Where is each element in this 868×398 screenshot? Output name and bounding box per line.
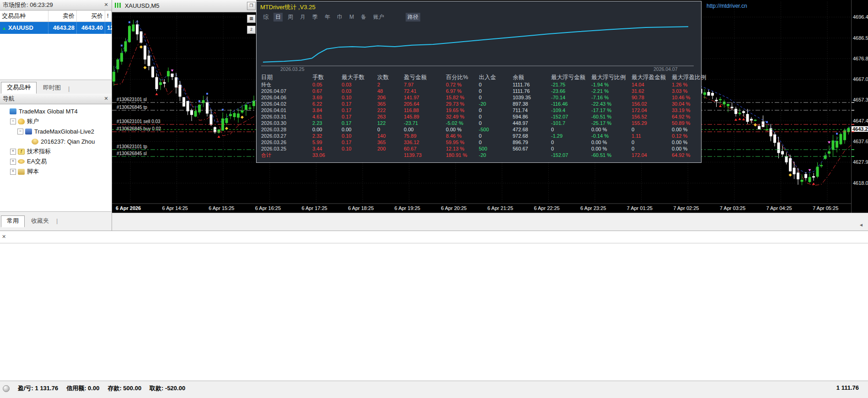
mtdriver-cell: -70.14 <box>551 94 591 101</box>
mtdriver-toolbar-button-1[interactable]: 日 <box>273 13 283 22</box>
time-axis-label: 6 Apr 14:25 <box>162 205 188 211</box>
mtdriver-col: 最大手数 <box>342 74 377 81</box>
mtdriver-row: 2026.03.253.440.1020060.6712.13 %500560.… <box>261 145 700 152</box>
chart-window-titlebar[interactable]: XAUUSD,M5 <box>112 0 257 12</box>
order-line-label: #130626845 buy 0.02 <box>117 126 161 131</box>
mtdriver-cell: -17.17 % <box>591 107 632 113</box>
mtdriver-cell: -116.46 <box>551 101 591 107</box>
restore-window-button[interactable]: ❐ <box>247 2 256 10</box>
terminal-close-icon[interactable]: ✕ <box>2 234 6 240</box>
price-marker <box>852 102 854 103</box>
mtdriver-url-link[interactable]: http://mtdriver.cn <box>707 3 747 9</box>
mtdriver-path-button[interactable]: 路径 <box>406 13 420 22</box>
mtdriver-date: 2026.04.02 <box>261 101 312 107</box>
mtdriver-cell: 0 <box>632 126 672 133</box>
mtdriver-cell: 64.92 % <box>672 152 700 158</box>
sidebar-item-experts[interactable]: +EA交易 <box>1 156 112 167</box>
tab-favorites[interactable]: 收藏夹 <box>26 216 54 227</box>
mtdriver-cell: 560.67 <box>513 145 551 152</box>
server-icon <box>25 129 32 134</box>
price-marker <box>852 149 854 150</box>
mtdriver-toolbar-button-3[interactable]: 月 <box>298 13 307 22</box>
mtdriver-toolbar-button-2[interactable]: 周 <box>286 13 295 22</box>
time-axis-label: 6 Apr 16:25 <box>255 205 281 211</box>
mtdriver-cell <box>513 152 551 158</box>
order-line-label: #130626845 sl <box>117 151 147 156</box>
mtdriver-toolbar-button-7[interactable]: M <box>348 13 356 21</box>
mtdriver-cell: 14.04 <box>632 81 672 88</box>
mtdriver-col: 最大浮盈比例 <box>672 74 700 81</box>
sidebar-item-scripts[interactable]: +脚本 <box>1 167 112 177</box>
chart-tab-bar: ◄ <box>112 213 868 231</box>
order-line-label: #130626845 tp <box>117 105 147 110</box>
price-axis-label: 4647.4 <box>853 118 868 124</box>
mtdriver-toolbar-button-4[interactable]: 季 <box>311 13 320 22</box>
mtdriver-cell: 2 <box>377 81 404 88</box>
sidebar-item-terminal[interactable]: TradeMax Global MT4 <box>1 106 112 116</box>
tab-symbols[interactable]: 交易品种 <box>1 82 37 94</box>
tab-common[interactable]: 常用 <box>1 215 25 227</box>
col-ask[interactable]: 买价 <box>77 11 105 22</box>
mtdriver-col: 百分比% <box>446 74 479 81</box>
price-axis-label: 4657.3 <box>853 97 868 102</box>
sidebar-item-accounts[interactable]: −账户 <box>1 116 112 126</box>
accounts-icon <box>18 118 25 124</box>
close-icon[interactable]: ✕ <box>102 95 110 102</box>
sidebar-item-indicators[interactable]: +f技术指标 <box>1 146 112 156</box>
chart-quick-button-2[interactable]: 2 <box>247 26 256 34</box>
equity-end-date: 2026.04.07 <box>654 66 678 72</box>
mtdriver-col: 盈亏金额 <box>404 74 446 81</box>
mtdriver-cell: 0.12 % <box>672 133 700 139</box>
mtdriver-table-header: 日期手数最大手数次数盈亏金额百分比%出入金余额最大浮亏金额最大浮亏比例最大浮盈金… <box>261 74 700 81</box>
scripts-icon <box>18 169 25 175</box>
mtdriver-cell: 0.00 % <box>446 126 479 133</box>
expander-icon[interactable]: − <box>10 118 16 124</box>
market-watch-row-xauusd[interactable]: ▲XAUUSD 4643.28 4643.40 12 <box>0 22 112 34</box>
sidebar-item-server[interactable]: −TradeMaxGlobal-Live2 <box>1 126 112 136</box>
chart-quick-button-1[interactable]: ▦ <box>247 15 256 23</box>
mtdriver-cell: 0.72 % <box>446 81 479 88</box>
mtdriver-cell: 155.29 <box>632 120 672 126</box>
mtdriver-cell: 0 <box>479 113 513 120</box>
mtdriver-cell: -20 <box>479 152 513 158</box>
price-axis[interactable]: 4696.44686.54676.84667.04657.34647.44637… <box>851 0 868 213</box>
mt4-window: 市场报价: 06:23:29 ✕ 交易品种 卖价 买价 ! ▲XAUUSD 46… <box>0 0 868 398</box>
mtdriver-cell: 0 <box>479 81 513 88</box>
expander-icon[interactable]: + <box>10 159 16 165</box>
close-icon[interactable]: ✕ <box>102 1 110 9</box>
tree-item-label: 技术指标 <box>27 147 51 156</box>
mtdriver-cell: 0.67 <box>312 88 342 94</box>
mtdriver-toolbar-button-8[interactable]: 备 <box>359 13 368 22</box>
expander-icon[interactable]: + <box>10 169 16 175</box>
tab-scroll-left-icon[interactable]: ◄ <box>859 222 863 227</box>
col-bid[interactable]: 卖价 <box>48 11 77 22</box>
mtdriver-cell: 0.00 % <box>672 145 700 152</box>
mtdriver-toolbar-button-5[interactable]: 年 <box>323 13 332 22</box>
mtdriver-cell: 30.04 % <box>672 101 700 107</box>
chart-icon <box>115 3 121 8</box>
mtdriver-table: 日期手数最大手数次数盈亏金额百分比%出入金余额最大浮亏金额最大浮亏比例最大浮盈金… <box>261 74 700 158</box>
mtdriver-toolbar-button-9[interactable]: 账户 <box>371 13 386 22</box>
mtdriver-cell: 594.86 <box>513 113 551 120</box>
col-spread[interactable]: ! <box>105 11 112 22</box>
expander-icon[interactable]: + <box>10 149 16 155</box>
expander-icon[interactable]: − <box>17 129 23 134</box>
mtdriver-cell: 122 <box>377 120 404 126</box>
time-axis-label: 6 Apr 2026 <box>116 205 141 211</box>
mtdriver-cell: 172.04 <box>632 152 672 158</box>
mtdriver-col: 日期 <box>261 74 312 81</box>
col-symbol[interactable]: 交易品种 <box>0 11 48 22</box>
mtdriver-cell: 0 <box>479 94 513 101</box>
mtdriver-toolbar-button-6[interactable]: 巾 <box>335 13 344 22</box>
mtdriver-toolbar-button-0[interactable]: 综 <box>261 13 270 22</box>
mtdriver-cell: 4.61 <box>312 113 342 120</box>
sidebar-item-user[interactable]: 2016237: Qian Zhou <box>1 136 112 146</box>
mtdriver-cell: 33.06 <box>312 152 342 158</box>
navigator-titlebar: 导航 ✕ <box>0 94 112 104</box>
mtdriver-cell: 0.00 % <box>591 145 632 152</box>
mtdriver-cell: 0.00 % <box>672 126 700 133</box>
mtdriver-cell: 156.52 <box>632 113 672 120</box>
price-axis-label: 4637.6 <box>853 139 868 144</box>
mtdriver-cell: 6.22 <box>312 101 342 107</box>
tab-tick-chart[interactable]: 即时图 <box>38 83 66 94</box>
